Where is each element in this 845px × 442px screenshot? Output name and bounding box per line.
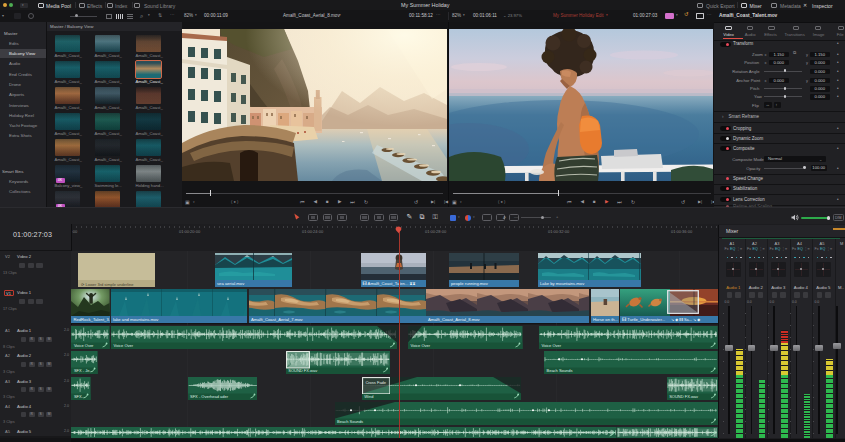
svg-text:Cross Fade: Cross Fade xyxy=(365,379,386,384)
